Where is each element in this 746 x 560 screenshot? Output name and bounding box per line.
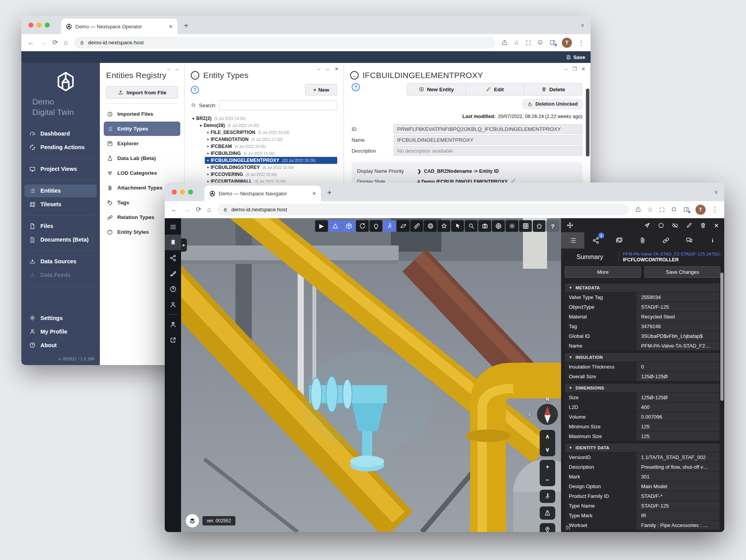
import-from-file-button[interactable]: Import from File xyxy=(106,86,178,99)
scrollbar[interactable] xyxy=(586,89,589,157)
tab-strip-chevron-icon[interactable]: ∨ xyxy=(714,189,718,195)
panel-minimize-icon[interactable]: – xyxy=(317,66,320,72)
favorites-tool-button[interactable] xyxy=(437,220,450,232)
select-tool-button[interactable] xyxy=(451,220,464,232)
bookmark-star-icon[interactable]: ☆ xyxy=(514,39,519,46)
delete-entity-icon[interactable] xyxy=(700,222,706,229)
new-tab-button[interactable]: + xyxy=(184,21,188,30)
zoom-window-button[interactable] xyxy=(188,190,193,195)
chevron-right-icon[interactable]: ❯ xyxy=(417,169,421,174)
rail-flyout-arrow[interactable]: ▶ xyxy=(181,238,187,252)
back-circle-icon[interactable]: ← xyxy=(191,71,199,80)
back-circle-icon[interactable]: ← xyxy=(350,71,359,80)
address-field[interactable]: demo-id.nextspace.host xyxy=(74,37,495,49)
compass[interactable] xyxy=(537,404,558,425)
rail-profile-button[interactable] xyxy=(165,297,181,312)
tab-summary[interactable] xyxy=(561,232,584,249)
entity-link[interactable]: PFM-PA-Valve-TA-STAD_F2:STAD/F-125:34792… xyxy=(623,252,720,256)
close-window-button[interactable] xyxy=(172,190,177,195)
avatar[interactable]: T xyxy=(695,205,706,215)
back-icon[interactable]: ← xyxy=(171,206,178,213)
tree-node[interactable]: ▾BRZ(2)(5 Jul 2022 14:30) xyxy=(190,115,248,122)
3d-model-scene[interactable] xyxy=(181,218,561,532)
tab-images[interactable] xyxy=(608,232,631,249)
viewer-viewport[interactable]: ▶? ▶ N ↓ ↓ ∧∨ +− xyxy=(181,218,561,532)
tree-node[interactable]: •IFCBUILDINGSTOREY(6 Jul 2022 15:56) xyxy=(205,164,296,171)
side-panel-icon[interactable] xyxy=(683,206,690,213)
panel-resize-icon[interactable]: ↔ xyxy=(174,66,180,72)
deletion-unlocked-badge[interactable]: Deletion Unlocked xyxy=(523,99,582,109)
home-icon[interactable]: ⌂ xyxy=(207,206,211,213)
swap-tool-button[interactable] xyxy=(397,220,410,232)
tab-comments[interactable] xyxy=(678,232,701,249)
globe-tool-button[interactable] xyxy=(492,220,505,232)
sidebar-item-my-profile[interactable]: My Profile xyxy=(24,325,97,338)
search-input[interactable] xyxy=(219,100,337,110)
tree-node[interactable]: •IFCCOVERING(6 Jul 2022 15:56) xyxy=(205,171,279,178)
extensions-icon[interactable] xyxy=(537,40,544,46)
section-header-dimensions[interactable]: ▼DIMENSIONS xyxy=(565,384,720,392)
minimize-window-button[interactable] xyxy=(37,23,42,28)
clip-plane-tool-button[interactable] xyxy=(329,220,342,232)
scrollbar[interactable] xyxy=(720,273,723,401)
sidebar-item-settings[interactable]: Settings xyxy=(24,311,97,324)
minimize-window-button[interactable] xyxy=(180,190,185,195)
extensions-icon[interactable] xyxy=(671,207,677,213)
properties-scroll-area[interactable]: ▼METADATAValve Type Tag2559034ObjectType… xyxy=(561,281,724,532)
new-entity-type-button[interactable]: +New xyxy=(305,84,337,96)
walk-mode-button[interactable] xyxy=(540,490,555,503)
close-window-button[interactable] xyxy=(28,23,33,28)
rail-help-button[interactable] xyxy=(165,281,181,297)
zoom-window-button[interactable] xyxy=(45,23,50,28)
measure-tool-button[interactable] xyxy=(410,220,423,232)
rail-external-link-button[interactable] xyxy=(165,332,181,348)
panel-close-icon[interactable]: ✕ xyxy=(335,66,339,72)
forward-icon[interactable]: → xyxy=(183,206,190,213)
viewer-settings-tool-button[interactable] xyxy=(505,220,518,232)
forward-icon[interactable]: → xyxy=(40,39,47,46)
field-value-id[interactable]: PRWFLF6KEVATFNFIBPQ2IJKBLQ_IFCBUILDINGEL… xyxy=(394,124,582,134)
registry-item-lod-categories[interactable]: LOD Categories xyxy=(104,166,180,180)
target-tool-button[interactable] xyxy=(424,220,437,232)
rail-share-button[interactable] xyxy=(165,250,181,266)
tab-relations[interactable]: 1 xyxy=(584,232,608,249)
orbit-left-icon[interactable]: ↓ xyxy=(528,410,531,418)
tab-close-icon[interactable]: ✕ xyxy=(312,191,316,197)
rail-tools-button[interactable] xyxy=(165,266,181,281)
panel-maximize-icon[interactable]: ❐ xyxy=(572,66,577,72)
drive-mode-button[interactable] xyxy=(540,506,555,520)
fullscreen-icon[interactable] xyxy=(525,40,532,46)
tab-attachments[interactable] xyxy=(631,232,654,249)
tree-node[interactable]: ▾Demo(28)(5 Jul 2022 14:30) xyxy=(197,122,261,129)
zoom-window-tool-button[interactable] xyxy=(465,220,478,232)
share-page-icon[interactable] xyxy=(635,206,641,213)
help-tool-button[interactable]: ? xyxy=(546,220,559,232)
help-icon[interactable]: ? xyxy=(191,86,199,94)
hide-entity-icon[interactable] xyxy=(672,222,678,229)
panel-close-icon[interactable]: ✕ xyxy=(581,66,586,72)
panel-minimize-icon[interactable]: – xyxy=(167,66,170,72)
orbit-up-button[interactable]: ∧ xyxy=(540,430,555,443)
new-entity-button[interactable]: New Entity xyxy=(407,83,465,95)
section-header-insulation[interactable]: ▼INSULATION xyxy=(565,353,720,362)
rss-icon[interactable] xyxy=(565,525,571,530)
avatar[interactable]: T xyxy=(562,38,572,48)
circle-select-icon[interactable] xyxy=(658,222,664,229)
sidebar-item-documents-beta-[interactable]: Documents (Beta) xyxy=(24,233,97,246)
share-page-icon[interactable] xyxy=(501,39,508,46)
reload-icon[interactable]: ⟳ xyxy=(52,39,58,46)
field-value-description[interactable]: No description available xyxy=(394,146,582,156)
save-changes-button[interactable]: Save Changes xyxy=(645,266,720,278)
tree-node-selected[interactable]: •IFCBUILDINGELEMENTPROXY(20 Jul 2022 20:… xyxy=(205,157,337,164)
rail-support-button[interactable] xyxy=(165,317,181,332)
lighting-tool-button[interactable] xyxy=(370,220,382,232)
refresh-view-tool-button[interactable] xyxy=(356,220,369,232)
tree-node[interactable]: •IFCBUILDING(6 Jul 2022 15:56) xyxy=(205,150,277,157)
reload-icon[interactable]: ⟳ xyxy=(196,206,201,213)
new-tab-button[interactable]: + xyxy=(327,188,332,197)
registry-item-explorer[interactable]: Explorer xyxy=(104,136,180,151)
home-view-tool-button[interactable] xyxy=(533,220,546,232)
pan-move-icon[interactable] xyxy=(566,222,573,229)
delete-button[interactable]: Delete xyxy=(524,83,582,95)
rail-bookmarks-button[interactable] xyxy=(165,235,181,250)
